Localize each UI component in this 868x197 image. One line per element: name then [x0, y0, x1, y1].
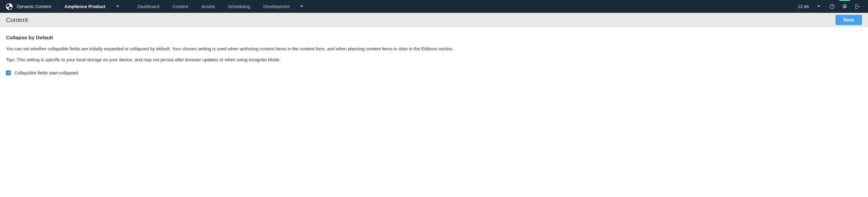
active-indicator: [839, 0, 850, 1]
checkbox-label: Collapsible fields start collapsed: [14, 70, 78, 75]
chevron-down-icon: [116, 6, 119, 7]
content-area: Collapse by Default You can set whether …: [0, 27, 868, 83]
nav-development[interactable]: Development: [257, 0, 310, 13]
svg-point-2: [832, 7, 832, 8]
nav-content[interactable]: Content: [166, 0, 195, 13]
checkbox-row: Collapsible fields start collapsed: [6, 70, 862, 75]
nav-development-label: Development: [263, 4, 289, 9]
nav-links: Dashboard Content Assets Scheduling Deve…: [131, 0, 310, 13]
app-logo-icon: [6, 3, 12, 10]
nav-assets[interactable]: Assets: [195, 0, 221, 13]
time-value: 12:46: [798, 4, 809, 9]
help-button[interactable]: [827, 0, 838, 13]
brand-section: Dynamic Content: [0, 0, 57, 13]
page-title: Content: [6, 16, 28, 24]
sub-header: Content Save: [0, 13, 868, 27]
chevron-down-icon: [817, 6, 820, 7]
svg-point-3: [844, 6, 846, 7]
top-nav: Dynamic Content Amplience Product Dashbo…: [0, 0, 868, 13]
chevron-down-icon: [300, 6, 303, 7]
logout-icon: [854, 4, 860, 9]
brand-name: Dynamic Content: [17, 4, 51, 9]
section-description: You can set whether collapsible fields a…: [6, 45, 862, 52]
section-tips: Tips: This setting is specific to your l…: [6, 56, 862, 64]
logout-button[interactable]: [852, 0, 863, 13]
header-right: 12:46: [793, 0, 868, 13]
nav-scheduling[interactable]: Scheduling: [221, 0, 257, 13]
hub-name: Amplience Product: [64, 4, 105, 9]
time-selector[interactable]: 12:46: [793, 4, 825, 9]
hub-selector[interactable]: Amplience Product: [57, 0, 126, 13]
help-icon: [829, 4, 835, 9]
save-button[interactable]: Save: [835, 15, 862, 25]
nav-dashboard[interactable]: Dashboard: [131, 0, 166, 13]
check-icon: [6, 71, 10, 75]
collapse-checkbox[interactable]: [6, 71, 11, 75]
gear-icon: [842, 4, 848, 9]
section-heading: Collapse by Default: [6, 35, 862, 41]
settings-button[interactable]: [839, 0, 850, 13]
